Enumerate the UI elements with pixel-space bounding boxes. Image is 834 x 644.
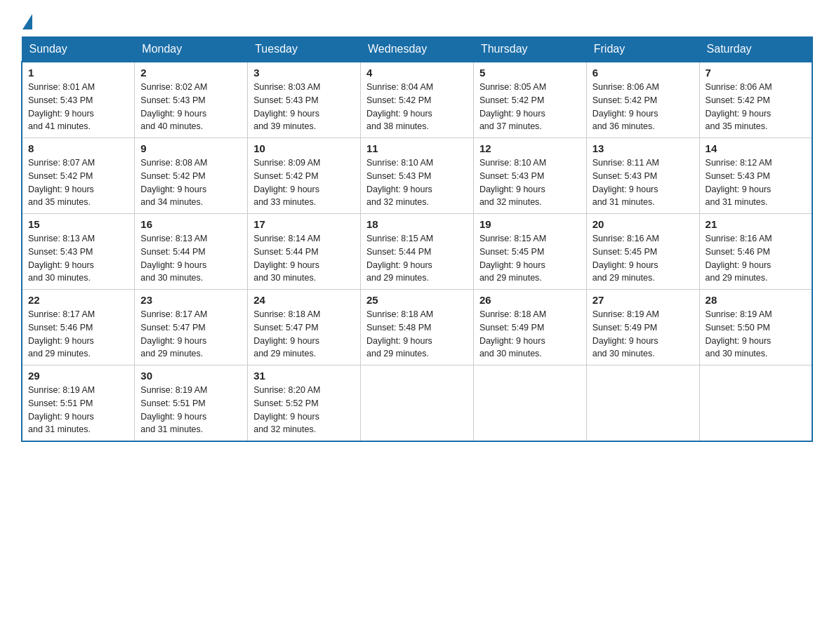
day-info: Sunrise: 8:17 AMSunset: 5:46 PMDaylight:… — [28, 308, 128, 361]
logo-triangle-icon — [22, 14, 32, 29]
day-info: Sunrise: 8:19 AMSunset: 5:51 PMDaylight:… — [28, 384, 128, 436]
day-cell-17: 17Sunrise: 8:14 AMSunset: 5:44 PMDayligh… — [248, 214, 361, 290]
calendar-week-row: 29Sunrise: 8:19 AMSunset: 5:51 PMDayligh… — [22, 365, 812, 442]
day-cell-20: 20Sunrise: 8:16 AMSunset: 5:45 PMDayligh… — [586, 214, 699, 290]
calendar-body: 1Sunrise: 8:01 AMSunset: 5:43 PMDaylight… — [22, 62, 812, 441]
weekday-header-sunday: Sunday — [22, 37, 135, 62]
day-number: 3 — [253, 67, 355, 79]
day-cell-16: 16Sunrise: 8:13 AMSunset: 5:44 PMDayligh… — [135, 214, 248, 290]
day-cell-31: 31Sunrise: 8:20 AMSunset: 5:52 PMDayligh… — [248, 365, 361, 442]
day-info: Sunrise: 8:07 AMSunset: 5:42 PMDaylight:… — [28, 156, 128, 209]
day-info: Sunrise: 8:19 AMSunset: 5:51 PMDaylight:… — [140, 384, 241, 436]
weekday-header-monday: Monday — [135, 37, 248, 62]
day-number: 30 — [140, 370, 241, 382]
day-cell-14: 14Sunrise: 8:12 AMSunset: 5:43 PMDayligh… — [699, 138, 812, 214]
day-number: 14 — [706, 142, 806, 154]
day-number: 23 — [140, 294, 241, 306]
day-info: Sunrise: 8:18 AMSunset: 5:49 PMDaylight:… — [479, 308, 581, 361]
day-number: 26 — [479, 294, 581, 306]
day-info: Sunrise: 8:18 AMSunset: 5:48 PMDaylight:… — [366, 308, 468, 361]
day-cell-2: 2Sunrise: 8:02 AMSunset: 5:43 PMDaylight… — [135, 62, 248, 138]
day-info: Sunrise: 8:08 AMSunset: 5:42 PMDaylight:… — [140, 156, 241, 209]
day-info: Sunrise: 8:01 AMSunset: 5:43 PMDaylight:… — [28, 81, 128, 133]
day-cell-27: 27Sunrise: 8:19 AMSunset: 5:49 PMDayligh… — [586, 290, 699, 365]
day-info: Sunrise: 8:15 AMSunset: 5:44 PMDaylight:… — [366, 232, 468, 285]
day-number: 22 — [28, 294, 128, 306]
weekday-header-row: SundayMondayTuesdayWednesdayThursdayFrid… — [22, 37, 812, 62]
empty-day-cell — [586, 365, 699, 442]
day-number: 2 — [140, 67, 241, 79]
day-cell-29: 29Sunrise: 8:19 AMSunset: 5:51 PMDayligh… — [22, 365, 135, 442]
day-number: 17 — [253, 218, 355, 230]
empty-day-cell — [361, 365, 474, 442]
day-number: 13 — [593, 142, 694, 154]
day-cell-6: 6Sunrise: 8:06 AMSunset: 5:42 PMDaylight… — [586, 62, 699, 138]
day-cell-22: 22Sunrise: 8:17 AMSunset: 5:46 PMDayligh… — [22, 290, 135, 365]
day-info: Sunrise: 8:13 AMSunset: 5:44 PMDaylight:… — [140, 232, 241, 285]
day-info: Sunrise: 8:09 AMSunset: 5:42 PMDaylight:… — [253, 156, 355, 209]
day-cell-8: 8Sunrise: 8:07 AMSunset: 5:42 PMDaylight… — [22, 138, 135, 214]
day-cell-13: 13Sunrise: 8:11 AMSunset: 5:43 PMDayligh… — [586, 138, 699, 214]
day-cell-5: 5Sunrise: 8:05 AMSunset: 5:42 PMDaylight… — [473, 62, 586, 138]
day-number: 29 — [28, 370, 128, 382]
header — [21, 14, 813, 29]
day-cell-11: 11Sunrise: 8:10 AMSunset: 5:43 PMDayligh… — [361, 138, 474, 214]
day-number: 12 — [479, 142, 581, 154]
day-number: 1 — [28, 67, 128, 79]
day-cell-15: 15Sunrise: 8:13 AMSunset: 5:43 PMDayligh… — [22, 214, 135, 290]
empty-day-cell — [699, 365, 812, 442]
logo — [21, 14, 34, 29]
day-cell-25: 25Sunrise: 8:18 AMSunset: 5:48 PMDayligh… — [361, 290, 474, 365]
weekday-header-thursday: Thursday — [473, 37, 586, 62]
day-cell-3: 3Sunrise: 8:03 AMSunset: 5:43 PMDaylight… — [248, 62, 361, 138]
day-info: Sunrise: 8:16 AMSunset: 5:46 PMDaylight:… — [706, 232, 806, 285]
day-cell-21: 21Sunrise: 8:16 AMSunset: 5:46 PMDayligh… — [699, 214, 812, 290]
calendar-week-row: 22Sunrise: 8:17 AMSunset: 5:46 PMDayligh… — [22, 290, 812, 365]
calendar-week-row: 1Sunrise: 8:01 AMSunset: 5:43 PMDaylight… — [22, 62, 812, 138]
day-info: Sunrise: 8:19 AMSunset: 5:49 PMDaylight:… — [593, 308, 694, 361]
day-cell-30: 30Sunrise: 8:19 AMSunset: 5:51 PMDayligh… — [135, 365, 248, 442]
day-number: 11 — [366, 142, 468, 154]
day-number: 21 — [706, 218, 806, 230]
weekday-header-wednesday: Wednesday — [361, 37, 474, 62]
weekday-header-friday: Friday — [586, 37, 699, 62]
day-cell-12: 12Sunrise: 8:10 AMSunset: 5:43 PMDayligh… — [473, 138, 586, 214]
day-number: 4 — [366, 67, 468, 79]
day-info: Sunrise: 8:05 AMSunset: 5:42 PMDaylight:… — [479, 81, 581, 133]
day-number: 27 — [593, 294, 694, 306]
day-info: Sunrise: 8:18 AMSunset: 5:47 PMDaylight:… — [253, 308, 355, 361]
day-cell-23: 23Sunrise: 8:17 AMSunset: 5:47 PMDayligh… — [135, 290, 248, 365]
day-number: 28 — [706, 294, 806, 306]
weekday-header-saturday: Saturday — [699, 37, 812, 62]
day-cell-1: 1Sunrise: 8:01 AMSunset: 5:43 PMDaylight… — [22, 62, 135, 138]
day-info: Sunrise: 8:14 AMSunset: 5:44 PMDaylight:… — [253, 232, 355, 285]
day-number: 10 — [253, 142, 355, 154]
day-number: 31 — [253, 370, 355, 382]
day-info: Sunrise: 8:11 AMSunset: 5:43 PMDaylight:… — [593, 156, 694, 209]
weekday-header-tuesday: Tuesday — [248, 37, 361, 62]
day-cell-18: 18Sunrise: 8:15 AMSunset: 5:44 PMDayligh… — [361, 214, 474, 290]
day-info: Sunrise: 8:16 AMSunset: 5:45 PMDaylight:… — [593, 232, 694, 285]
day-number: 16 — [140, 218, 241, 230]
day-info: Sunrise: 8:20 AMSunset: 5:52 PMDaylight:… — [253, 384, 355, 436]
day-info: Sunrise: 8:10 AMSunset: 5:43 PMDaylight:… — [479, 156, 581, 209]
day-number: 5 — [479, 67, 581, 79]
day-info: Sunrise: 8:06 AMSunset: 5:42 PMDaylight:… — [706, 81, 806, 133]
day-info: Sunrise: 8:19 AMSunset: 5:50 PMDaylight:… — [706, 308, 806, 361]
day-number: 15 — [28, 218, 128, 230]
day-number: 6 — [593, 67, 694, 79]
day-info: Sunrise: 8:02 AMSunset: 5:43 PMDaylight:… — [140, 81, 241, 133]
day-info: Sunrise: 8:13 AMSunset: 5:43 PMDaylight:… — [28, 232, 128, 285]
day-info: Sunrise: 8:15 AMSunset: 5:45 PMDaylight:… — [479, 232, 581, 285]
day-info: Sunrise: 8:10 AMSunset: 5:43 PMDaylight:… — [366, 156, 468, 209]
day-info: Sunrise: 8:04 AMSunset: 5:42 PMDaylight:… — [366, 81, 468, 133]
calendar-table: SundayMondayTuesdayWednesdayThursdayFrid… — [21, 36, 813, 442]
day-number: 24 — [253, 294, 355, 306]
calendar-week-row: 15Sunrise: 8:13 AMSunset: 5:43 PMDayligh… — [22, 214, 812, 290]
day-info: Sunrise: 8:12 AMSunset: 5:43 PMDaylight:… — [706, 156, 806, 209]
day-cell-9: 9Sunrise: 8:08 AMSunset: 5:42 PMDaylight… — [135, 138, 248, 214]
day-number: 8 — [28, 142, 128, 154]
day-info: Sunrise: 8:06 AMSunset: 5:42 PMDaylight:… — [593, 81, 694, 133]
day-info: Sunrise: 8:17 AMSunset: 5:47 PMDaylight:… — [140, 308, 241, 361]
day-number: 7 — [706, 67, 806, 79]
